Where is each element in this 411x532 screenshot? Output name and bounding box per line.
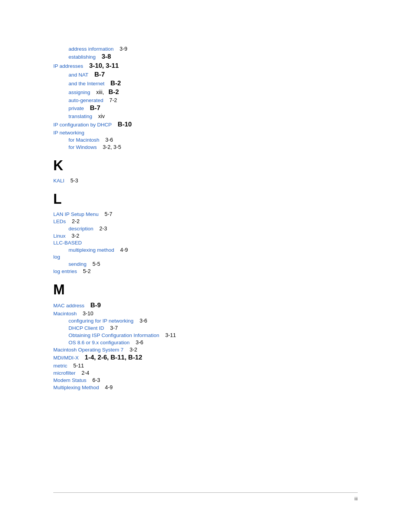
link-and-internet[interactable]: and the Internet — [68, 81, 105, 86]
entry-and-nat: and NAT B-7 — [53, 71, 358, 78]
entry-llc-based: LLC-BASED — [53, 240, 358, 246]
link-and-nat[interactable]: and NAT — [68, 72, 88, 78]
entry-os-config: OS 8.6 or 9.x configuration 3-6 — [53, 339, 358, 345]
page-assigning-xiii: xiii, — [96, 89, 104, 95]
page-mac-os7: 3-2 — [129, 347, 137, 353]
top-sub-entries: address information 3-9 establishing 3-8 — [53, 46, 358, 61]
link-kali[interactable]: KALI — [53, 178, 64, 184]
link-mac-os7[interactable]: Macintosh Operating System 7 — [53, 347, 124, 353]
entry-configuring-ip-networking: configuring for IP networking 3-6 — [53, 318, 358, 324]
page-linux: 3-2 — [72, 233, 79, 239]
link-dhcp-client-id[interactable]: DHCP Client ID — [68, 325, 104, 331]
entry-private: private B-7 — [53, 104, 358, 112]
entry-for-macintosh: for Macintosh 3-6 — [53, 137, 358, 143]
page-leds: 2-2 — [72, 218, 80, 224]
link-configuring-ip-networking[interactable]: configuring for IP networking — [68, 318, 134, 324]
link-private[interactable]: private — [68, 105, 84, 111]
link-llc-based[interactable]: LLC-BASED — [53, 240, 82, 246]
page-address-information: 3-9 — [119, 46, 127, 52]
entry-establishing: establishing 3-8 — [53, 53, 358, 61]
page-assigning-b2: B-2 — [108, 88, 119, 96]
entry-log: log — [53, 254, 358, 260]
entry-obtaining-isp: Obtaining ISP Configuration Information … — [53, 332, 358, 338]
entry-mac-address: MAC address B-9 — [53, 302, 358, 309]
page-multiplexing-method: 4-9 — [120, 247, 128, 253]
link-metric[interactable]: metric — [53, 363, 67, 369]
link-macintosh[interactable]: Macintosh — [53, 311, 77, 316]
link-mdi-mdix[interactable]: MDI/MDI-X — [53, 355, 79, 361]
entry-and-internet: and the Internet B-2 — [53, 80, 358, 87]
entry-kali: KALI 5-3 — [53, 177, 358, 184]
link-assigning[interactable]: assigning — [68, 89, 90, 95]
page-establishing: 3-8 — [102, 53, 111, 61]
page-for-macintosh: 3-6 — [105, 137, 113, 143]
page-lan-ip-setup: 5-7 — [105, 211, 112, 217]
page-metric: 5-11 — [73, 363, 84, 369]
letter-k: K — [53, 158, 358, 174]
link-ip-config-dhcp[interactable]: IP configuration by DHCP — [53, 122, 112, 128]
entry-multiplexing-method: multiplexing method 4-9 — [53, 247, 358, 253]
link-for-macintosh[interactable]: for Macintosh — [68, 137, 99, 143]
entry-translating: translating xiv — [53, 113, 358, 119]
page-configuring-ip-networking: 3-6 — [140, 318, 147, 324]
page-macintosh: 3-10 — [83, 310, 93, 316]
page-kali: 5-3 — [70, 177, 78, 184]
entry-for-windows: for Windows 3-2, 3-5 — [53, 144, 358, 150]
link-log[interactable]: log — [53, 254, 60, 260]
link-translating[interactable]: translating — [68, 113, 92, 119]
footer: iii — [53, 492, 358, 502]
entry-assigning: assigning xiii, B-2 — [53, 88, 358, 96]
link-os-config[interactable]: OS 8.6 or 9.x configuration — [68, 340, 130, 345]
page-modem-status: 6-3 — [92, 377, 100, 383]
page-for-windows: 3-2, 3-5 — [103, 144, 121, 150]
ip-addresses-section: IP addresses 3-10, 3-11 and NAT B-7 and … — [53, 62, 358, 119]
link-description[interactable]: description — [68, 226, 93, 232]
link-multiplexing-method-m[interactable]: Multiplexing Method — [53, 385, 99, 390]
entry-macintosh: Macintosh 3-10 — [53, 310, 358, 316]
link-establishing[interactable]: establishing — [68, 54, 96, 60]
entry-ip-config-dhcp: IP configuration by DHCP B-10 — [53, 121, 358, 128]
entry-auto-generated: auto-generated 7-2 — [53, 97, 358, 103]
entry-log-entries: log entries 5-2 — [53, 268, 358, 274]
page-sending: 5-5 — [92, 261, 100, 267]
entry-mac-os7: Macintosh Operating System 7 3-2 — [53, 347, 358, 353]
link-ip-addresses[interactable]: IP addresses — [53, 63, 83, 69]
link-lan-ip-setup[interactable]: LAN IP Setup Menu — [53, 211, 99, 217]
section-m: M MAC address B-9 Macintosh 3-10 configu… — [53, 282, 358, 390]
entry-leds: LEDs 2-2 — [53, 218, 358, 224]
link-multiplexing-method[interactable]: multiplexing method — [68, 247, 114, 253]
entry-dhcp-client-id: DHCP Client ID 3-7 — [53, 325, 358, 331]
entry-mdi-mdix: MDI/MDI-X 1-4, 2-6, B-11, B-12 — [53, 354, 358, 361]
letter-m: M — [53, 282, 358, 298]
link-log-entries[interactable]: log entries — [53, 268, 77, 274]
link-obtaining-isp[interactable]: Obtaining ISP Configuration Information — [68, 332, 159, 338]
link-for-windows[interactable]: for Windows — [68, 144, 97, 150]
entry-ip-networking: IP networking — [53, 130, 358, 136]
link-mac-address[interactable]: MAC address — [53, 303, 84, 308]
letter-l: L — [53, 191, 358, 207]
page-mac-address: B-9 — [91, 302, 101, 309]
link-linux[interactable]: Linux — [53, 233, 65, 239]
section-l: L LAN IP Setup Menu 5-7 LEDs 2-2 descrip… — [53, 191, 358, 274]
entry-metric: metric 5-11 — [53, 363, 358, 369]
link-leds[interactable]: LEDs — [53, 219, 66, 224]
entry-linux: Linux 3-2 — [53, 233, 358, 239]
entry-sending: sending 5-5 — [53, 261, 358, 267]
entry-multiplexing-method-m: Multiplexing Method 4-9 — [53, 384, 358, 390]
link-modem-status[interactable]: Modem Status — [53, 377, 86, 383]
link-address-information[interactable]: address information — [68, 46, 114, 52]
link-auto-generated[interactable]: auto-generated — [68, 97, 104, 103]
page-ip-addresses: 3-10, 3-11 — [89, 62, 119, 70]
section-k: K KALI 5-3 — [53, 158, 358, 184]
link-ip-networking[interactable]: IP networking — [53, 130, 84, 136]
link-sending[interactable]: sending — [68, 261, 86, 267]
page-microfilter: 2-4 — [81, 370, 89, 376]
page-ip-config-dhcp: B-10 — [118, 121, 132, 128]
entry-description: description 2-3 — [53, 225, 358, 232]
page-log-entries: 5-2 — [83, 268, 91, 274]
page-multiplexing-method-m: 4-9 — [105, 384, 113, 390]
link-microfilter[interactable]: microfilter — [53, 370, 76, 376]
page-private: B-7 — [90, 104, 100, 112]
page-translating: xiv — [98, 113, 105, 119]
page-auto-generated: 7-2 — [109, 97, 117, 103]
